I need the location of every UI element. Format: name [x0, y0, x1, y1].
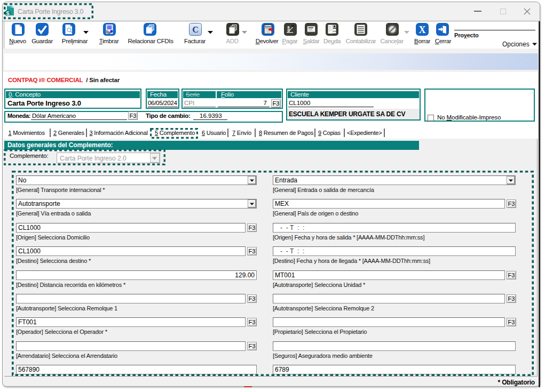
svg-text:X: X: [419, 25, 426, 35]
svg-text:C: C: [192, 25, 199, 34]
